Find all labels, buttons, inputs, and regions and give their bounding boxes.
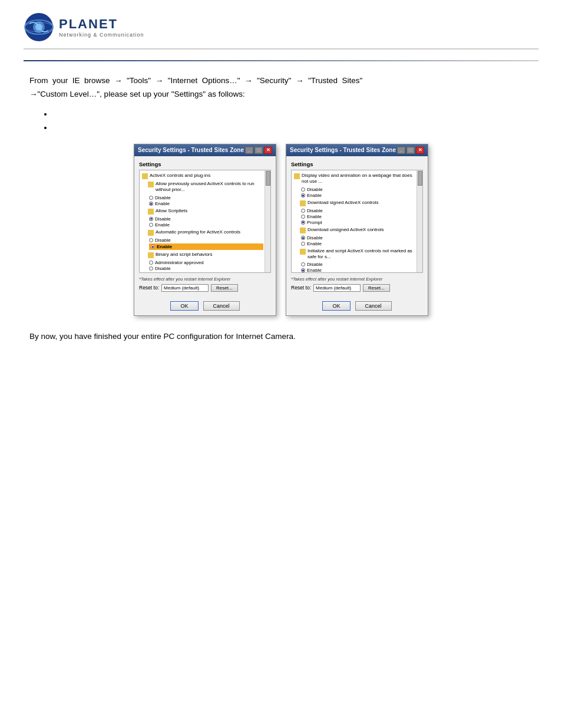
- ok-button-right[interactable]: OK: [322, 301, 350, 311]
- radio-label-disable-unused: Disable: [155, 195, 171, 200]
- reset-section-right: Reset to: Medium (default) Reset...: [291, 284, 423, 292]
- radio-disable-autoprompt: Disable: [149, 238, 263, 243]
- dl-unsigned-icon: [300, 228, 306, 233]
- radio-group-dlunsigned: Disable Enable: [301, 235, 415, 246]
- radio-circle-admin-binary: [149, 261, 153, 265]
- radio-circle-enable-unused: [149, 202, 153, 206]
- close-btn-left[interactable]: ✕: [264, 147, 272, 154]
- radio-enable-dlsigned: Enable: [301, 214, 415, 219]
- reset-button-left[interactable]: Reset...: [211, 284, 238, 292]
- cancel-button-right[interactable]: Cancel: [355, 301, 392, 311]
- radio-label-disable-scriptlets: Disable: [155, 216, 171, 222]
- radio-group-display-video: Disable Enable: [301, 187, 415, 198]
- radio-label-disable-binary: Disable: [155, 266, 171, 271]
- radio-circle-disable-dlsigned: [301, 209, 305, 213]
- radio-circle-enable-init: [301, 268, 305, 272]
- setting-scriptlets: Allow Scriptlets: [148, 208, 263, 215]
- logo-container: PLANET Networking & Communication: [24, 12, 144, 42]
- settings-scroll-left: ActiveX controls and plug-ins Allow prev…: [139, 170, 271, 273]
- radio-enable-binary: Enable: [149, 272, 263, 273]
- radio-admin-binary: Administrator approved: [149, 260, 263, 265]
- display-video-label: Display video and animation on a webpage…: [302, 173, 415, 185]
- arrow-icon-4: →: [296, 76, 304, 85]
- settings-content-left: ActiveX controls and plug-ins Allow prev…: [140, 170, 270, 273]
- dl-signed-label: Download signed ActiveX controls: [308, 200, 379, 206]
- security-dialog-right: Security Settings - Trusted Sites Zone _…: [286, 144, 428, 316]
- scriptlets-label: Allow Scriptlets: [156, 208, 187, 214]
- radio-enable-scriptlets: Enable: [149, 222, 263, 228]
- screenshots-container: Security Settings - Trusted Sites Zone _…: [29, 144, 533, 316]
- dialog-titlebar-right: Security Settings - Trusted Sites Zone _…: [286, 144, 428, 156]
- radio-label-enable-displayvideo: Enable: [307, 193, 322, 198]
- radio-circle-enable-binary: [149, 272, 153, 273]
- radio-circle-disable-autoprompt: [149, 238, 153, 242]
- radio-disable-init: Disable: [301, 262, 415, 267]
- activex-icon: [142, 173, 148, 179]
- maximize-btn-right[interactable]: □: [406, 147, 415, 154]
- setting-binary: Binary and script behaviors: [148, 252, 263, 258]
- ok-button-left[interactable]: OK: [170, 301, 198, 311]
- titlebar-buttons-left: _ □ ✕: [245, 147, 272, 154]
- close-btn-right[interactable]: ✕: [416, 147, 424, 154]
- settings-scroll-right: Display video and animation on a webpage…: [291, 170, 423, 273]
- allow-unused-icon: [148, 182, 154, 187]
- radio-disable-displayvideo: Disable: [301, 187, 415, 192]
- radio-enable-dlunsigned: Enable: [301, 241, 415, 246]
- reset-to-value-right: Medium (default): [313, 284, 361, 292]
- dialog-title-left: Security Settings - Trusted Sites Zone: [138, 147, 244, 153]
- radio-label-enable-dlunsigned: Enable: [307, 241, 322, 246]
- dialog-footer-left: OK Cancel: [134, 299, 276, 315]
- header-divider: [24, 60, 538, 61]
- radio-group-binary: Administrator approved Disable Enable: [149, 260, 263, 273]
- dialog-footer-right: OK Cancel: [286, 299, 428, 315]
- radio-circle-enable-scriptlets: [149, 223, 153, 227]
- radio-label-disable-autoprompt: Disable: [155, 238, 171, 243]
- scroll-track-left: [265, 170, 270, 272]
- radio-disable-unused: Disable: [149, 195, 263, 200]
- radio-enable-displayvideo: Enable: [301, 193, 415, 198]
- reset-button-right[interactable]: Reset...: [363, 284, 390, 292]
- radio-circle-prompt-dlsigned: [301, 220, 305, 225]
- setting-dl-unsigned: Download unsigned ActiveX controls: [300, 227, 415, 233]
- radio-label-disable-displayvideo: Disable: [307, 187, 323, 192]
- arrow-icon-3: →: [244, 76, 253, 85]
- radio-circle-disable-displayvideo: [301, 187, 305, 192]
- binary-label: Binary and script behaviors: [156, 252, 213, 258]
- dialog-titlebar-left: Security Settings - Trusted Sites Zone _…: [134, 144, 276, 156]
- radio-group-autoprompt: Disable Enable: [149, 238, 263, 250]
- radio-label-enable-scriptlets: Enable: [155, 222, 170, 228]
- radio-disable-dlsigned: Disable: [301, 208, 415, 213]
- bullet-item-1: [53, 110, 533, 118]
- setting-display-video: Display video and animation on a webpage…: [294, 173, 415, 185]
- arrow-icon-2: →: [156, 76, 164, 85]
- titlebar-buttons-right: _ □ ✕: [397, 147, 424, 154]
- radio-disable-dlunsigned: Disable: [301, 235, 415, 241]
- minimize-btn-right[interactable]: _: [397, 147, 405, 154]
- maximize-btn-left[interactable]: □: [254, 147, 263, 154]
- logo-title: PLANET: [59, 17, 144, 32]
- reset-to-label-right: Reset to:: [291, 285, 311, 291]
- allow-unused-label: Allow previously unused ActiveX controls…: [156, 181, 263, 193]
- radio-group-scriptlets: Disable Enable: [149, 216, 263, 228]
- scroll-thumb-left[interactable]: [266, 171, 270, 186]
- radio-label-admin-binary: Administrator approved: [155, 260, 204, 265]
- activex-label: ActiveX controls and plug-ins: [150, 173, 210, 179]
- radio-group-unused: Disable Enable: [149, 195, 263, 206]
- scroll-thumb-right[interactable]: [418, 171, 422, 186]
- radio-label-prompt-dlsigned: Prompt: [307, 220, 322, 225]
- radio-label-disable-dlsigned: Disable: [307, 208, 323, 213]
- logo-text-block: PLANET Networking & Communication: [59, 17, 144, 38]
- binary-icon: [148, 252, 154, 258]
- cancel-button-left[interactable]: Cancel: [203, 301, 240, 311]
- dl-signed-icon: [300, 200, 306, 206]
- auto-prompt-label: Automatic prompting for ActiveX controls: [156, 229, 240, 235]
- minimize-btn-left[interactable]: _: [245, 147, 253, 154]
- dialog-note-right: *Takes effect after you restart Internet…: [291, 276, 423, 282]
- arrow-icon-5: →: [29, 90, 38, 98]
- setting-allow-unused: Allow previously unused ActiveX controls…: [148, 181, 263, 193]
- radio-circle-disable-init: [301, 262, 305, 266]
- dialog-title-right: Security Settings - Trusted Sites Zone: [290, 147, 396, 153]
- display-video-icon: [294, 173, 300, 179]
- logo-subtitle: Networking & Communication: [59, 32, 144, 38]
- header: PLANET Networking & Communication: [24, 12, 538, 50]
